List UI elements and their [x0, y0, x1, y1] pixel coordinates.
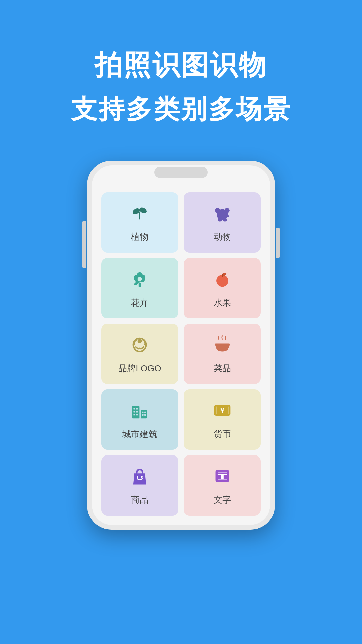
phone-screen: 植物: [92, 165, 270, 525]
svg-text:¥: ¥: [220, 406, 224, 414]
svg-rect-20: [215, 343, 230, 345]
cell-building[interactable]: 城市建筑: [101, 389, 178, 450]
header-line1: 拍照识图识物: [71, 47, 291, 84]
svg-rect-41: [218, 479, 227, 480]
svg-rect-40: [218, 472, 227, 473]
grid-row-2: 花卉 水果: [101, 258, 261, 318]
cell-brand-logo[interactable]: 品牌LOGO: [101, 324, 178, 384]
cell-flower[interactable]: 花卉: [101, 258, 178, 318]
cell-brand-logo-label: 品牌LOGO: [118, 363, 161, 374]
svg-rect-9: [139, 282, 141, 287]
cell-flower-label: 花卉: [131, 297, 148, 309]
svg-point-8: [226, 215, 229, 217]
cell-text-label: 文字: [214, 494, 231, 506]
svg-point-5: [219, 210, 226, 217]
cell-food-label: 菜品: [214, 363, 231, 374]
grid-row-5: 商品 文: [101, 455, 261, 516]
cell-fruit-label: 水果: [214, 297, 231, 309]
grid-row-3: 品牌LOGO: [101, 324, 261, 384]
cell-food[interactable]: 菜品: [184, 324, 261, 384]
svg-rect-22: [133, 408, 135, 409]
phone-mockup: 植物: [87, 161, 275, 530]
food-icon: [212, 334, 233, 359]
fruit-icon: [212, 268, 233, 293]
svg-rect-28: [141, 410, 147, 418]
grid-row-4: 城市建筑 ¥ 货币: [101, 389, 261, 450]
svg-rect-27: [136, 414, 138, 415]
text-icon: [212, 465, 233, 490]
cell-currency[interactable]: ¥ 货币: [184, 389, 261, 450]
product-icon: [129, 465, 150, 490]
svg-rect-17: [222, 274, 223, 277]
cell-animal-label: 动物: [214, 231, 231, 243]
svg-rect-32: [144, 414, 146, 415]
svg-rect-35: [216, 406, 217, 414]
phone-notch: [154, 167, 208, 178]
brand-logo-icon: [129, 334, 150, 359]
animal-icon: [212, 202, 233, 227]
svg-rect-31: [142, 414, 143, 415]
header-line2: 支持多类别多场景: [71, 92, 291, 127]
header-section: 拍照识图识物 支持多类别多场景: [71, 47, 291, 127]
svg-point-38: [141, 476, 143, 478]
cell-product[interactable]: 商品: [101, 455, 178, 516]
svg-point-19: [138, 339, 142, 343]
grid-row-1: 植物: [101, 192, 261, 253]
svg-rect-26: [133, 414, 135, 415]
svg-rect-25: [136, 411, 138, 412]
svg-point-7: [223, 218, 227, 221]
svg-point-14: [138, 277, 142, 281]
cell-product-label: 商品: [131, 494, 148, 506]
svg-rect-43: [221, 474, 224, 479]
plant-icon: [129, 202, 150, 227]
cell-plant[interactable]: 植物: [101, 192, 178, 253]
svg-rect-36: [228, 406, 229, 414]
cell-animal[interactable]: 动物: [184, 192, 261, 253]
cell-fruit[interactable]: 水果: [184, 258, 261, 318]
cell-currency-label: 货币: [214, 428, 231, 440]
svg-rect-24: [133, 411, 135, 412]
svg-rect-30: [144, 411, 146, 413]
building-icon: [129, 399, 150, 424]
flower-icon: [129, 268, 150, 293]
svg-rect-29: [142, 411, 143, 413]
currency-icon: ¥: [212, 399, 233, 424]
phone-shell: 植物: [87, 161, 275, 530]
cell-text[interactable]: 文字: [184, 455, 261, 516]
cell-building-label: 城市建筑: [122, 428, 157, 440]
svg-point-37: [137, 476, 138, 478]
svg-rect-23: [136, 408, 138, 409]
svg-rect-21: [132, 406, 140, 418]
svg-point-6: [218, 218, 222, 221]
cell-plant-label: 植物: [131, 231, 148, 243]
